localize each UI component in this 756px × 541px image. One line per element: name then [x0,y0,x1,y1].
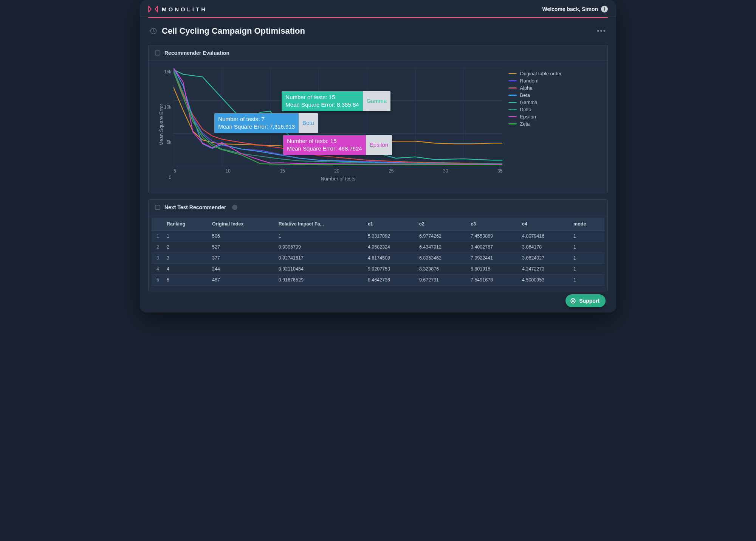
legend-label: Delta [520,107,531,112]
table-cell: 5.0317892 [363,231,415,242]
table-cell: 1 [569,253,604,264]
table-row[interactable]: 225270.93057994.95823246.43479123.400278… [152,242,604,253]
brand[interactable]: MONOLITH [148,5,207,13]
tooltip-line: Mean Square Error: 468.7624 [287,145,362,152]
chart-zone: Mean Square Error 15k 10k 5k 0 Number of… [149,61,607,193]
tooltip-line: Number of tests: 7 [218,115,295,123]
legend-item[interactable]: Alpha [508,85,576,91]
table-cell: 7.4553889 [466,231,517,242]
panel-header: Recommender Evaluation [149,45,607,61]
table-cell: 377 [208,253,274,264]
table-cell: 1 [569,231,604,242]
table-cell: 0.91676529 [274,275,363,286]
welcome-user[interactable]: Welcome back, Simon i [542,6,608,12]
tooltip-line: Number of tests: 15 [285,93,359,101]
table-cell: 527 [208,242,274,253]
legend-item[interactable]: Random [508,78,576,84]
tooltip-gamma: Number of tests: 15 Mean Square Error: 8… [282,91,390,111]
table-header-cell[interactable]: mode [569,218,604,231]
table-cell: 1 [162,231,208,242]
x-axis-label: Number of tests [174,176,502,182]
table-cell: 506 [208,231,274,242]
table-cell: 1 [569,242,604,253]
legend-swatch [508,109,517,110]
line-chart[interactable]: Number of tests: 15 Mean Square Error: 8… [174,68,502,166]
table-header-cell[interactable] [152,218,162,231]
tooltip-line: Number of tests: 15 [287,137,362,145]
legend-swatch [508,102,517,103]
legend-item[interactable]: Original table order [508,71,576,76]
table-row[interactable]: 333770.927416174.61745086.83534627.99224… [152,253,604,264]
table-cell: 6.4347912 [415,242,466,253]
legend-swatch [508,80,517,81]
legend-swatch [508,123,517,124]
svg-rect-1 [155,51,160,55]
lifebuoy-icon [570,298,576,304]
y-tick: 15k [164,69,171,75]
table-header-cell[interactable]: c3 [466,218,517,231]
table-cell: 4.5000953 [517,275,569,286]
table-header-cell[interactable]: Ranking [162,218,208,231]
legend-swatch [508,95,517,96]
table-header-cell[interactable]: c2 [415,218,466,231]
brand-name: MONOLITH [162,6,207,12]
legend-item[interactable]: Zeta [508,121,576,127]
y-tick: 0 [164,175,171,180]
page-menu-button[interactable]: ••• [597,27,606,35]
x-tick: 30 [443,168,448,174]
x-tick: 10 [226,168,231,174]
table-row[interactable]: 1150615.03178926.97742627.45538894.80794… [152,231,604,242]
clock-icon [150,27,157,35]
legend-swatch [508,87,517,89]
x-tick: 25 [389,168,393,174]
table-cell: 9.0207753 [363,264,415,275]
panel-card-icon [155,204,161,210]
table-cell: 5 [162,275,208,286]
table-header-cell[interactable]: c4 [517,218,569,231]
table-row[interactable]: 554570.916765298.46427369.6727917.549167… [152,275,604,286]
table-header-cell[interactable]: Original Index [208,218,274,231]
support-button[interactable]: Support [565,294,606,307]
tooltip-beta: Number of tests: 7 Mean Square Error: 7,… [214,113,318,133]
table-header-cell[interactable]: c1 [363,218,415,231]
table-cell: 6.8353462 [415,253,466,264]
welcome-text: Welcome back, Simon [542,6,598,12]
topbar: MONOLITH Welcome back, Simon i [140,0,616,17]
legend-item[interactable]: Epsilon [508,114,576,120]
legend-label: Zeta [520,121,530,127]
table-cell: 4.2472273 [517,264,569,275]
table-cell: 4 [152,264,162,275]
table-cell: 3 [162,253,208,264]
legend-item[interactable]: Gamma [508,99,576,105]
legend-label: Original table order [520,71,562,76]
y-axis-label: Mean Square Error [156,68,164,182]
legend-item[interactable]: Beta [508,92,576,98]
table-cell: 7.5491678 [466,275,517,286]
brand-logo-icon [148,5,158,13]
tooltip-series-label: Epsilon [366,135,392,155]
tooltip-line: Mean Square Error: 7,316.913 [218,123,295,131]
info-icon[interactable] [232,205,237,210]
page-title: Cell Cycling Campaign Optimisation [162,26,305,36]
x-tick: 5 [174,168,176,174]
table-header-cell[interactable]: Relative Impact Fa... [274,218,363,231]
table-row[interactable]: 442440.921104549.02077538.3298766.801915… [152,264,604,275]
table-cell: 3 [152,253,162,264]
table-cell: 4.6174508 [363,253,415,264]
panel-recommender-evaluation: Recommender Evaluation Mean Square Error… [148,45,608,193]
legend-swatch [508,73,517,74]
panel-next-test-recommender: Next Test Recommender Ranking Original I… [148,199,608,291]
panel-card-icon [155,50,161,56]
x-axis-ticks: 5 10 15 20 25 30 35 [174,166,502,174]
support-label: Support [579,298,600,304]
table-cell: 0.92741617 [274,253,363,264]
legend-item[interactable]: Delta [508,107,576,112]
x-tick: 20 [334,168,339,174]
legend-label: Gamma [520,99,537,105]
table-cell: 8.329876 [415,264,466,275]
table-cell: 7.9922441 [466,253,517,264]
table-cell: 2 [162,242,208,253]
table-cell: 1 [569,275,604,286]
table-cell: 0.9305799 [274,242,363,253]
panel-title: Recommender Evaluation [164,50,229,56]
